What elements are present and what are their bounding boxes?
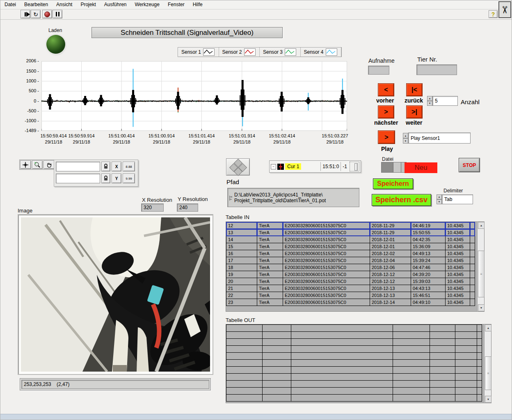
tabelle-in-cell[interactable] (470, 257, 475, 264)
tabelle-in-cell[interactable]: E200303280060015153075C0 (283, 243, 370, 250)
tabelle-out-cell[interactable] (455, 325, 477, 332)
tabelle-in-cell[interactable]: 2018-12-01 (370, 243, 411, 250)
tabelle-in-cell[interactable]: 15:39:24 (411, 257, 446, 264)
tabelle-out-cell[interactable] (263, 374, 291, 381)
speichern-button[interactable]: Speichern (373, 178, 413, 189)
tabelle-out-cell[interactable] (477, 374, 482, 381)
tabelle-out-cell[interactable] (291, 325, 393, 332)
tabelle-in-cell[interactable]: E200303280060015153075C0 (283, 271, 370, 278)
tabelle-in-cell[interactable]: 10.4345 (446, 299, 470, 306)
play-selector-field[interactable]: Play Sensor1 (408, 132, 471, 144)
tabelle-in-cell[interactable] (470, 285, 475, 292)
legend-item-sensor-2[interactable]: Sensor 2 (219, 48, 260, 57)
tabelle-out-row[interactable] (226, 332, 482, 339)
tabelle-in-cell[interactable]: 15:36:09 (411, 243, 446, 250)
speichern-csv-button[interactable]: Speichern .csv (372, 194, 431, 206)
tabelle-out-cell[interactable] (477, 332, 482, 339)
tabelle-out-cell[interactable] (263, 325, 291, 332)
tabelle-in-cell[interactable] (470, 243, 475, 250)
datei-slider-thumb[interactable] (393, 162, 401, 172)
tabelle-in-row[interactable]: 13TierAE200303280060015153075C02018-11-2… (226, 229, 475, 236)
tabelle-in-row[interactable]: 15TierAE200303280060015153075C02018-12-0… (226, 243, 475, 250)
tier-nr-field[interactable] (416, 64, 457, 75)
vi-icon[interactable]: ✂ (498, 1, 511, 18)
tabelle-in-row[interactable]: 19TierAE200303280060015153075C02018-12-1… (226, 271, 475, 278)
tabelle-in-cell[interactable]: 21 (226, 285, 257, 292)
menu-bearbeiten[interactable]: Bearbeiten (20, 0, 52, 8)
tabelle-out-cell[interactable] (291, 332, 393, 339)
tabelle-out-row[interactable] (226, 367, 482, 374)
run-continuous-button[interactable]: ↻ (31, 10, 41, 18)
tabelle-in-cell[interactable]: 13 (226, 229, 257, 236)
menu-ansicht[interactable]: Ansicht (52, 0, 76, 8)
tabelle-out-cell[interactable] (477, 360, 482, 367)
tabelle-out-cell[interactable] (477, 388, 482, 395)
tabelle-in-row[interactable]: 16TierAE200303280060015153075C02018-12-0… (226, 250, 475, 257)
tabelle-in-cell[interactable]: TierA (257, 292, 283, 299)
tabelle-in-cell[interactable]: 10.4345 (446, 250, 470, 257)
tabelle-out-row[interactable] (226, 381, 482, 388)
tabelle-out-cell[interactable] (263, 332, 291, 339)
tabelle-in-cell[interactable]: 10.4345 (446, 222, 470, 229)
tabelle-out-cell[interactable] (430, 346, 455, 353)
tabelle-out-cell[interactable] (455, 332, 477, 339)
tabelle-out-cell[interactable] (393, 325, 430, 332)
tabelle-in-cell[interactable]: TierA (257, 222, 283, 229)
tabelle-out-cell[interactable] (393, 395, 430, 402)
tabelle-out-cell[interactable] (291, 360, 393, 367)
tabelle-in-cell[interactable] (470, 271, 475, 278)
tabelle-out-cell[interactable] (393, 360, 430, 367)
delimiter-spinner[interactable]: ▲▼ (437, 194, 442, 204)
tabelle-out-cell[interactable] (455, 367, 477, 374)
tabelle-out-cell[interactable] (263, 388, 291, 395)
delimiter-field[interactable]: Tab (442, 194, 473, 204)
tabelle-out-cell[interactable] (226, 360, 263, 367)
tabelle-out-cell[interactable] (477, 381, 482, 388)
zurueck-button[interactable]: |< (406, 83, 423, 96)
tabelle-out-cell[interactable] (226, 346, 263, 353)
tabelle-out-row[interactable] (226, 395, 482, 402)
tabelle-out-cell[interactable] (291, 374, 393, 381)
stop-button[interactable]: STOP (459, 158, 480, 172)
tabelle-in-row[interactable]: 12TierAE200303280060015153075C02018-11-2… (226, 222, 475, 229)
tabelle-out-row[interactable] (226, 325, 482, 332)
tabelle-in-cell[interactable] (470, 278, 475, 285)
play-selector-spinner[interactable]: ▲▼ (403, 133, 408, 144)
tabelle-out-cell[interactable] (393, 374, 430, 381)
tabelle-in-cell[interactable]: 2018-11-29 (370, 229, 411, 236)
tabelle-in-cell[interactable]: TierA (257, 250, 283, 257)
tabelle-in-cell[interactable]: TierA (257, 229, 283, 236)
anzahl-field[interactable]: 5 (432, 96, 458, 106)
tabelle-out-cell[interactable] (393, 353, 430, 360)
tabelle-out-cell[interactable] (455, 346, 477, 353)
help-button[interactable]: ? (489, 10, 498, 18)
tabelle-out-cell[interactable] (291, 388, 393, 395)
tabelle-in-cell[interactable]: 04:39:20 (411, 271, 446, 278)
tabelle-out-row[interactable] (226, 388, 482, 395)
tabelle-out-cell[interactable] (477, 353, 482, 360)
tabelle-in-row[interactable]: 23TierAE200303280060015153075C02018-12-1… (226, 299, 475, 306)
x-scale-name-field[interactable] (56, 162, 100, 171)
naechster-button[interactable]: > (378, 105, 394, 119)
tabelle-in-cell[interactable]: 18 (226, 264, 257, 271)
menu-fenster[interactable]: Fenster (164, 0, 189, 8)
tabelle-in-cell[interactable]: E200303280060015153075C0 (283, 229, 370, 236)
tabelle-in-scrollbar[interactable]: ▲ ≡ ▼ (477, 222, 484, 311)
tabelle-in-cell[interactable]: 10.4345 (446, 229, 470, 236)
tabelle-out-cell[interactable] (226, 367, 263, 374)
pause-button[interactable] (53, 10, 62, 18)
tabelle-out-cell[interactable] (455, 395, 477, 402)
tabelle-in-cell[interactable] (470, 250, 475, 257)
tabelle-out-row[interactable] (226, 360, 482, 367)
legend-plot-sample[interactable] (326, 48, 337, 56)
tabelle-out-cell[interactable] (430, 339, 455, 346)
tabelle-in-cell[interactable]: 10.4345 (446, 257, 470, 264)
tabelle-out-row[interactable] (226, 353, 482, 360)
menu-werkzeuge[interactable]: Werkzeuge (130, 0, 163, 8)
tabelle-in-row[interactable]: 14TierAE200303280060015153075C02018-12-0… (226, 236, 475, 243)
tabelle-in-cell[interactable]: E200303280060015153075C0 (283, 299, 370, 306)
tabelle-out-cell[interactable] (263, 339, 291, 346)
tabelle-in-cell[interactable]: TierA (257, 278, 283, 285)
legend-plot-sample[interactable] (203, 48, 215, 56)
tabelle-in-cell[interactable]: 23 (226, 299, 257, 306)
